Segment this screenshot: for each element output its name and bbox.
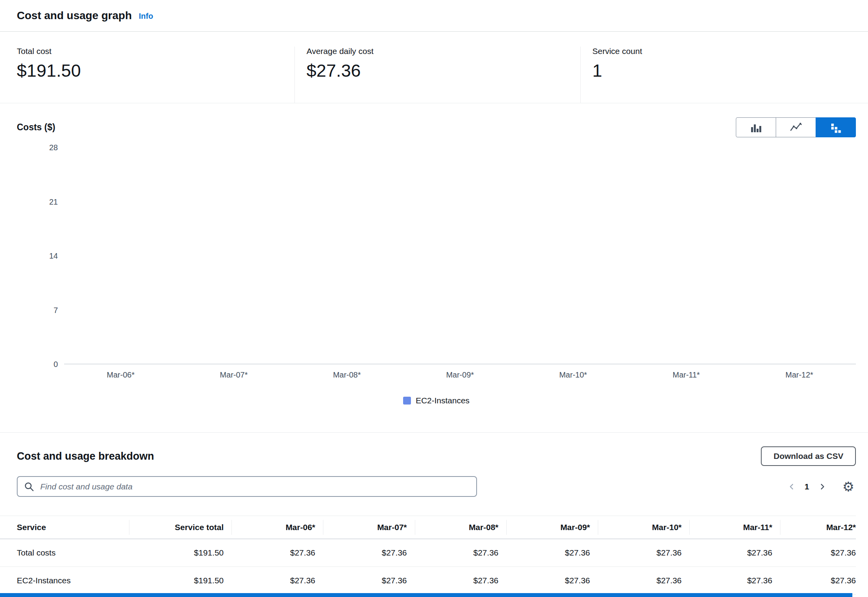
column-header: Mar-11* bbox=[689, 516, 780, 539]
y-axis: 28211470 bbox=[17, 147, 64, 364]
column-header: Mar-07* bbox=[323, 516, 414, 539]
chart-type-stacked-bar-button[interactable] bbox=[816, 117, 856, 137]
x-axis-label: Mar-10* bbox=[516, 370, 629, 379]
legend-label: EC2-Instances bbox=[416, 396, 470, 405]
page-number-button[interactable]: 1 bbox=[800, 482, 814, 492]
value-cell: $27.36 bbox=[598, 567, 689, 595]
service-cell: EC2-Instances bbox=[0, 567, 129, 595]
search-input[interactable] bbox=[17, 476, 477, 497]
column-header: Service bbox=[0, 516, 129, 539]
column-header: Mar-08* bbox=[415, 516, 506, 539]
value-cell: $27.36 bbox=[415, 539, 506, 567]
chart-axis-title: Costs ($) bbox=[17, 122, 55, 133]
table-row: Total costs$191.50$27.36$27.36$27.36$27.… bbox=[0, 539, 856, 567]
stats-row: Total cost $191.50 Average daily cost $2… bbox=[0, 32, 868, 103]
chevron-left-icon bbox=[787, 482, 796, 491]
stat-value: $191.50 bbox=[17, 61, 294, 81]
value-cell: $27.36 bbox=[780, 567, 856, 595]
download-csv-button[interactable]: Download as CSV bbox=[761, 446, 856, 466]
value-cell: $27.36 bbox=[323, 539, 414, 567]
value-cell: $27.36 bbox=[689, 539, 780, 567]
stat-average-daily-cost: Average daily cost $27.36 bbox=[294, 47, 580, 103]
x-axis-label: Mar-09* bbox=[404, 370, 516, 379]
horizontal-scrollbar-thumb[interactable] bbox=[0, 593, 852, 597]
x-axis: Mar-06*Mar-07*Mar-08*Mar-09*Mar-10*Mar-1… bbox=[64, 364, 856, 379]
x-axis-label: Mar-12* bbox=[743, 370, 856, 379]
legend-swatch bbox=[403, 397, 411, 405]
value-cell: $27.36 bbox=[780, 539, 856, 567]
breakdown-title: Cost and usage breakdown bbox=[17, 450, 154, 462]
x-axis-label: Mar-08* bbox=[291, 370, 404, 379]
pagination: 1 ⚙ bbox=[783, 478, 856, 495]
stat-label: Average daily cost bbox=[307, 47, 580, 56]
previous-page-button[interactable] bbox=[783, 478, 800, 495]
table-row: EC2-Instances$191.50$27.36$27.36$27.36$2… bbox=[0, 567, 856, 595]
y-axis-tick-label: 14 bbox=[49, 252, 58, 261]
value-cell: $191.50 bbox=[129, 567, 231, 595]
chart-type-bar-button[interactable] bbox=[736, 117, 776, 137]
breakdown-table: ServiceService totalMar-06*Mar-07*Mar-08… bbox=[0, 516, 856, 595]
value-cell: $27.36 bbox=[323, 567, 414, 595]
bar-chart-icon bbox=[750, 121, 763, 134]
y-axis-tick-label: 7 bbox=[54, 306, 58, 315]
table-header-row: ServiceService totalMar-06*Mar-07*Mar-08… bbox=[0, 516, 856, 539]
stat-service-count: Service count 1 bbox=[580, 47, 851, 103]
stat-value: $27.36 bbox=[307, 61, 580, 81]
x-axis-label: Mar-06* bbox=[64, 370, 177, 379]
x-axis-label: Mar-11* bbox=[629, 370, 742, 379]
value-cell: $27.36 bbox=[598, 539, 689, 567]
line-chart-icon bbox=[789, 121, 803, 134]
gear-icon: ⚙ bbox=[843, 479, 854, 495]
x-axis-label: Mar-07* bbox=[177, 370, 290, 379]
next-page-button[interactable] bbox=[814, 478, 831, 495]
y-axis-tick-label: 28 bbox=[49, 143, 58, 152]
column-header: Mar-10* bbox=[598, 516, 689, 539]
stacked-bar-chart-icon bbox=[829, 121, 843, 134]
cost-usage-chart: Costs ($) bbox=[0, 103, 868, 433]
cost-explorer-page: Cost and usage graph Info Total cost $19… bbox=[0, 0, 868, 597]
stat-total-cost: Total cost $191.50 bbox=[17, 47, 294, 103]
stat-label: Total cost bbox=[17, 47, 294, 56]
search-icon bbox=[24, 481, 34, 492]
info-link[interactable]: Info bbox=[139, 12, 153, 21]
chart-type-toggle-group bbox=[736, 117, 856, 137]
chart-type-line-button[interactable] bbox=[776, 117, 816, 137]
bars-row bbox=[64, 147, 856, 364]
chart-plot-area bbox=[64, 147, 856, 364]
page-header: Cost and usage graph Info bbox=[0, 0, 868, 32]
stat-value: 1 bbox=[592, 61, 851, 81]
stat-label: Service count bbox=[592, 47, 851, 56]
chevron-right-icon bbox=[818, 482, 827, 491]
value-cell: $191.50 bbox=[129, 539, 231, 567]
page-title: Cost and usage graph bbox=[17, 9, 132, 22]
service-cell: Total costs bbox=[0, 539, 129, 567]
y-axis-tick-label: 0 bbox=[54, 360, 58, 369]
column-header: Mar-12* bbox=[780, 516, 856, 539]
value-cell: $27.36 bbox=[689, 567, 780, 595]
search-box bbox=[17, 476, 477, 497]
column-header: Service total bbox=[129, 516, 231, 539]
chart-legend: EC2-Instances bbox=[17, 396, 856, 405]
value-cell: $27.36 bbox=[415, 567, 506, 595]
table-preferences-button[interactable]: ⚙ bbox=[841, 480, 856, 493]
table-body: Total costs$191.50$27.36$27.36$27.36$27.… bbox=[0, 539, 856, 595]
column-header: Mar-09* bbox=[506, 516, 598, 539]
value-cell: $27.36 bbox=[506, 567, 598, 595]
y-axis-tick-label: 21 bbox=[49, 197, 58, 206]
column-header: Mar-06* bbox=[231, 516, 323, 539]
cost-usage-breakdown: Cost and usage breakdown Download as CSV bbox=[0, 446, 868, 595]
value-cell: $27.36 bbox=[231, 539, 323, 567]
value-cell: $27.36 bbox=[506, 539, 598, 567]
value-cell: $27.36 bbox=[231, 567, 323, 595]
